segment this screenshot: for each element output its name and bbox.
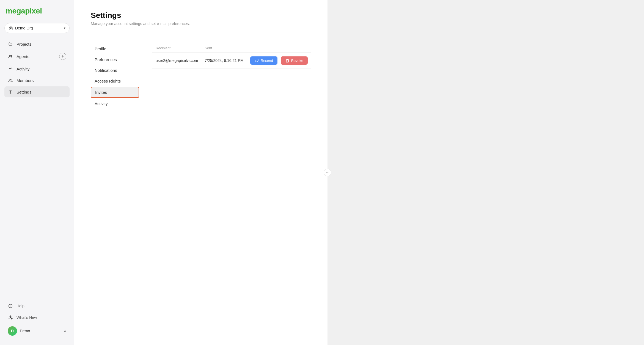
bottom-nav: Help What's New D Demo ∧ <box>4 296 70 338</box>
svg-point-9 <box>10 91 11 92</box>
sidebar-item-activity[interactable]: Activity <box>4 63 70 74</box>
svg-point-8 <box>11 79 12 80</box>
divider <box>91 35 311 35</box>
sidebar-item-whats-new[interactable]: What's New <box>4 312 70 323</box>
sidebar-item-help[interactable]: Help <box>4 300 70 311</box>
gear-icon <box>8 89 13 95</box>
svg-rect-0 <box>9 27 12 30</box>
sidebar: megapixel Demo Org ▾ <box>0 0 74 345</box>
svg-point-11 <box>10 307 11 307</box>
svg-point-3 <box>9 55 10 57</box>
settings-nav-notifications[interactable]: Notifications <box>91 65 139 75</box>
org-name: Demo Org <box>15 26 62 30</box>
svg-point-7 <box>9 79 10 80</box>
sidebar-item-projects[interactable]: Projects <box>4 39 70 50</box>
resend-icon <box>255 58 259 63</box>
page-subtitle: Manage your account settings and set e-m… <box>91 21 311 26</box>
settings-nav-profile[interactable]: Profile <box>91 44 139 54</box>
col-header-sent: Sent <box>201 44 247 53</box>
settings-layout: Profile Preferences Notifications Access… <box>91 44 311 109</box>
activity-icon <box>8 66 13 72</box>
table-row: user2@megapixelvr.com 7/25/2024, 6:16:21… <box>152 53 311 69</box>
settings-main: Recipient Sent user2@megapixelvr.com 7/2… <box>146 44 311 109</box>
sidebar-item-activity-label: Activity <box>16 67 66 71</box>
col-header-recipient: Recipient <box>152 44 201 53</box>
org-selector[interactable]: Demo Org ▾ <box>4 23 70 33</box>
org-chevron-icon: ▾ <box>64 26 65 30</box>
user-name: Demo <box>20 329 61 333</box>
sparkles-icon <box>8 315 13 320</box>
collapse-arrow-icon: ← <box>326 171 329 174</box>
agents-icon <box>8 54 13 59</box>
invites-table: Recipient Sent user2@megapixelvr.com 7/2… <box>152 44 311 69</box>
app-logo: megapixel <box>4 7 70 15</box>
settings-nav-preferences[interactable]: Preferences <box>91 54 139 65</box>
sidebar-item-agents-label: Agents <box>16 54 56 59</box>
org-icon <box>9 26 13 31</box>
sidebar-item-members-label: Members <box>16 78 66 83</box>
folder-icon <box>8 41 13 47</box>
sidebar-item-settings-label: Settings <box>16 90 66 94</box>
members-icon <box>8 78 13 83</box>
settings-nav: Profile Preferences Notifications Access… <box>91 44 146 109</box>
trash-icon <box>285 58 290 63</box>
revoke-button[interactable]: Revoke <box>281 56 308 65</box>
settings-nav-activity[interactable]: Activity <box>91 98 139 109</box>
user-menu[interactable]: D Demo ∧ <box>4 324 70 338</box>
settings-nav-access-rights[interactable]: Access Rights <box>91 76 139 86</box>
resend-button[interactable]: Resend <box>250 56 277 65</box>
sidebar-item-help-label: Help <box>16 304 66 308</box>
help-circle-icon <box>8 303 13 309</box>
main-content: Settings Manage your account settings an… <box>74 0 327 345</box>
col-header-actions <box>247 44 311 53</box>
settings-nav-invites[interactable]: Invites <box>91 87 139 98</box>
main-nav: Projects Agents + <box>4 39 70 296</box>
avatar: D <box>8 326 17 336</box>
page-title: Settings <box>91 11 311 20</box>
sidebar-item-whats-new-label: What's New <box>16 315 66 320</box>
invite-actions: Resend <box>247 53 311 69</box>
sidebar-item-projects-label: Projects <box>16 42 66 46</box>
sidebar-collapse-button[interactable]: ← <box>324 169 331 176</box>
user-chevron-icon: ∧ <box>64 329 66 333</box>
sidebar-item-agents[interactable]: Agents + <box>4 50 70 63</box>
sidebar-item-members[interactable]: Members <box>4 75 70 86</box>
sidebar-item-settings[interactable]: Settings <box>4 86 70 97</box>
invite-recipient: user2@megapixelvr.com <box>152 53 201 69</box>
add-agent-button[interactable]: + <box>59 53 66 60</box>
invite-sent: 7/25/2024, 6:16:21 PM <box>201 53 247 69</box>
